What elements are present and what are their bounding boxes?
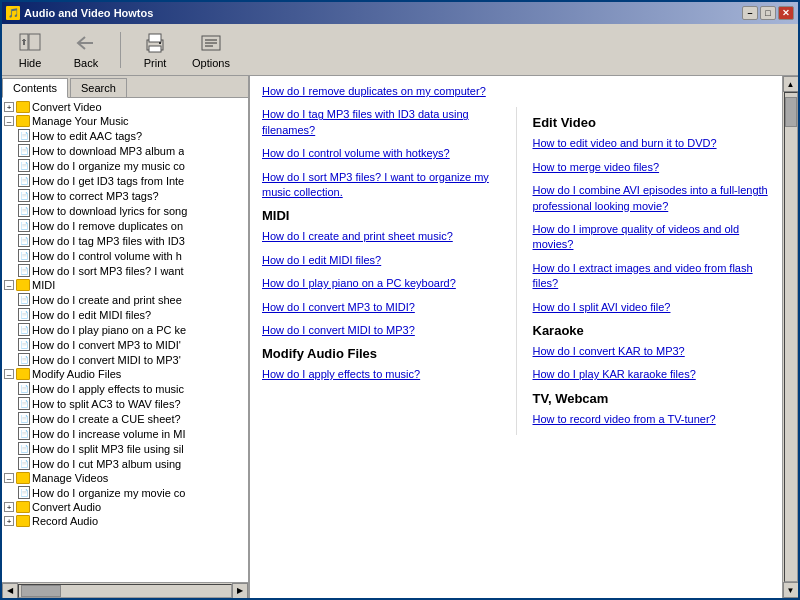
tree-item-apply-effects[interactable]: 📄 How do I apply effects to music — [4, 381, 246, 396]
tree-item-mp3-to-midi[interactable]: 📄 How do I convert MP3 to MIDI' — [4, 337, 246, 352]
doc-icon: 📄 — [18, 249, 30, 262]
tree-label: How do I increase volume in MI — [32, 428, 185, 440]
title-bar: 🎵 Audio and Video Howtos – □ ✕ — [2, 2, 798, 24]
link-improve-quality[interactable]: How do I improve quality of videos and o… — [533, 222, 771, 253]
folder-icon — [16, 115, 30, 127]
tree-item-convert-video[interactable]: + Convert Video — [4, 100, 246, 114]
tree-item-cut-mp3[interactable]: 📄 How do I cut MP3 album using — [4, 456, 246, 471]
scroll-left-button[interactable]: ◀ — [2, 583, 18, 599]
tree-label: Manage Your Music — [32, 115, 129, 127]
tree-item-midi[interactable]: – MIDI — [4, 278, 246, 292]
doc-icon: 📄 — [18, 323, 30, 336]
link-edit-video-dvd[interactable]: How to edit video and burn it to DVD? — [533, 136, 771, 151]
options-icon — [199, 31, 223, 55]
expand-icon[interactable]: + — [4, 516, 14, 526]
close-button[interactable]: ✕ — [778, 6, 794, 20]
tree-item-control-vol[interactable]: 📄 How do I control volume with h — [4, 248, 246, 263]
tree-item-play-piano[interactable]: 📄 How do I play piano on a PC ke — [4, 322, 246, 337]
scroll-thumb[interactable] — [785, 97, 797, 127]
main-window: 🎵 Audio and Video Howtos – □ ✕ Hide — [0, 0, 800, 600]
print-button[interactable]: Print — [131, 28, 179, 72]
section-title-modify-audio: Modify Audio Files — [262, 346, 500, 361]
folder-icon — [16, 101, 30, 113]
expand-icon[interactable]: – — [4, 280, 14, 290]
tree-label: How do I convert MP3 to MIDI' — [32, 339, 181, 351]
h-scroll-track[interactable] — [18, 584, 232, 598]
tree-item-manage-music[interactable]: – Manage Your Music — [4, 114, 246, 128]
tree-item-download-mp3[interactable]: 📄 How to download MP3 album a — [4, 143, 246, 158]
link-control-vol[interactable]: How do I control volume with hotkeys? — [262, 146, 500, 161]
top-link[interactable]: How do I remove duplicates on my compute… — [262, 84, 770, 99]
link-mp3-to-midi[interactable]: How do I convert MP3 to MIDI? — [262, 300, 500, 315]
expand-icon[interactable]: – — [4, 473, 14, 483]
doc-icon: 📄 — [18, 442, 30, 455]
link-split-avi[interactable]: How do I split AVI video file? — [533, 300, 771, 315]
tree-item-increase-vol[interactable]: 📄 How do I increase volume in MI — [4, 426, 246, 441]
link-extract-images[interactable]: How do I extract images and video from f… — [533, 261, 771, 292]
h-scroll-thumb[interactable] — [21, 585, 61, 597]
tree-item-remove-dupes[interactable]: 📄 How do I remove duplicates on — [4, 218, 246, 233]
svg-rect-7 — [159, 42, 161, 44]
tree-label: How to edit AAC tags? — [32, 130, 142, 142]
hide-button[interactable]: Hide — [6, 28, 54, 72]
tree-label: How do I convert MIDI to MP3' — [32, 354, 181, 366]
tree-item-record-audio[interactable]: + Record Audio — [4, 514, 246, 528]
back-button[interactable]: Back — [62, 28, 110, 72]
scroll-right-button[interactable]: ▶ — [232, 583, 248, 599]
link-play-piano[interactable]: How do I play piano on a PC keyboard? — [262, 276, 500, 291]
tree-item-tag-mp3[interactable]: 📄 How do I tag MP3 files with ID3 — [4, 233, 246, 248]
expand-icon[interactable]: – — [4, 116, 14, 126]
options-button[interactable]: Options — [187, 28, 235, 72]
vertical-scrollbar[interactable]: ▲ ▼ — [782, 76, 798, 598]
tree-item-correct-tags[interactable]: 📄 How to correct MP3 tags? — [4, 188, 246, 203]
expand-icon[interactable]: + — [4, 102, 14, 112]
tree-item-edit-aac[interactable]: 📄 How to edit AAC tags? — [4, 128, 246, 143]
link-tag-mp3[interactable]: How do I tag MP3 files with ID3 data usi… — [262, 107, 500, 138]
tree-item-edit-midi[interactable]: 📄 How do I edit MIDI files? — [4, 307, 246, 322]
tree-label: Convert Video — [32, 101, 102, 113]
tree-item-manage-videos[interactable]: – Manage Videos — [4, 471, 246, 485]
right-panel[interactable]: How do I remove duplicates on my compute… — [250, 76, 782, 598]
doc-icon: 📄 — [18, 397, 30, 410]
tree-item-id3-tags[interactable]: 📄 How do I get ID3 tags from Inte — [4, 173, 246, 188]
scroll-down-button[interactable]: ▼ — [783, 582, 799, 598]
tree-label: How do I edit MIDI files? — [32, 309, 151, 321]
link-create-sheet[interactable]: How do I create and print sheet music? — [262, 229, 500, 244]
link-record-tv[interactable]: How to record video from a TV-tuner? — [533, 412, 771, 427]
link-combine-avi[interactable]: How do I combine AVI episodes into a ful… — [533, 183, 771, 214]
tree-item-sort-mp3[interactable]: 📄 How do I sort MP3 files? I want — [4, 263, 246, 278]
section-title-karaoke: Karaoke — [533, 323, 771, 338]
tree-item-modify-audio[interactable]: – Modify Audio Files — [4, 367, 246, 381]
link-midi-to-mp3[interactable]: How do I convert MIDI to MP3? — [262, 323, 500, 338]
tree-item-convert-audio[interactable]: + Convert Audio — [4, 500, 246, 514]
doc-icon: 📄 — [18, 204, 30, 217]
scroll-track[interactable] — [784, 92, 798, 582]
tab-contents[interactable]: Contents — [2, 78, 68, 98]
tab-search[interactable]: Search — [70, 78, 127, 97]
tree-item-create-cue[interactable]: 📄 How do I create a CUE sheet? — [4, 411, 246, 426]
link-convert-kar[interactable]: How do I convert KAR to MP3? — [533, 344, 771, 359]
tree-item-download-lyrics[interactable]: 📄 How to download lyrics for song — [4, 203, 246, 218]
tree-item-split-mp3[interactable]: 📄 How do I split MP3 file using sil — [4, 441, 246, 456]
link-play-kar[interactable]: How do I play KAR karaoke files? — [533, 367, 771, 382]
link-sort-mp3[interactable]: How do I sort MP3 files? I want to organ… — [262, 170, 500, 201]
expand-icon[interactable]: + — [4, 502, 14, 512]
scroll-up-button[interactable]: ▲ — [783, 76, 799, 92]
folder-icon — [16, 472, 30, 484]
link-merge-video[interactable]: How to merge video files? — [533, 160, 771, 175]
tree-item-create-sheet[interactable]: 📄 How do I create and print shee — [4, 292, 246, 307]
horizontal-scrollbar[interactable]: ◀ ▶ — [2, 582, 248, 598]
back-label: Back — [74, 57, 98, 69]
minimize-button[interactable]: – — [742, 6, 758, 20]
link-edit-midi[interactable]: How do I edit MIDI files? — [262, 253, 500, 268]
link-apply-effects[interactable]: How do I apply effects to music? — [262, 367, 500, 382]
tree-item-split-ac3[interactable]: 📄 How to split AC3 to WAV files? — [4, 396, 246, 411]
tree-label: How do I get ID3 tags from Inte — [32, 175, 184, 187]
maximize-button[interactable]: □ — [760, 6, 776, 20]
tree-item-midi-to-mp3[interactable]: 📄 How do I convert MIDI to MP3' — [4, 352, 246, 367]
doc-icon: 📄 — [18, 412, 30, 425]
tree-area[interactable]: + Convert Video – Manage Your Music 📄 Ho… — [2, 98, 248, 582]
tree-item-organize-movie[interactable]: 📄 How do I organize my movie co — [4, 485, 246, 500]
expand-icon[interactable]: – — [4, 369, 14, 379]
tree-item-organize-music[interactable]: 📄 How do I organize my music co — [4, 158, 246, 173]
